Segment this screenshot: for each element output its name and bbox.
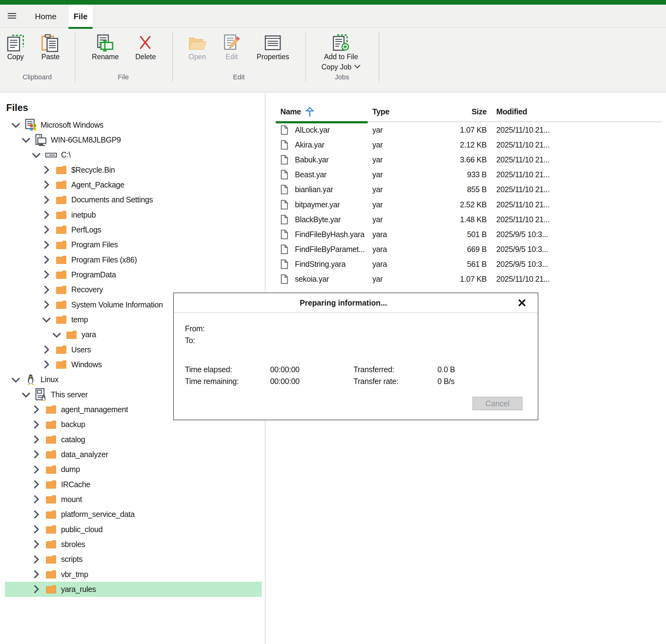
chevron-down-icon[interactable]: [21, 390, 31, 399]
column-header-type[interactable]: Type: [372, 107, 389, 116]
file-row-findfilebyhash-yara[interactable]: FindFileByHash.yarayara501 B2025/9/5 10:…: [265, 227, 666, 242]
chevron-down-icon[interactable]: [52, 330, 62, 339]
folder-icon: [45, 493, 57, 506]
tree-item-documents-and-settings[interactable]: Documents and Settings: [0, 192, 265, 207]
file-row-bitpaymer-yar[interactable]: bitpaymer.yaryar2.52 KB2025/11/10 21...: [265, 197, 666, 212]
tree-item-program-files-x86[interactable]: Program Files (x86): [0, 252, 265, 267]
tree-item-label: Users: [71, 345, 91, 354]
tree-item-microsoft-windows[interactable]: Microsoft Windows: [0, 117, 265, 132]
chevron-right-icon[interactable]: [32, 584, 41, 594]
folder-icon: [45, 448, 57, 460]
dialog-title: Preparing information...: [174, 293, 538, 313]
chevron-right-icon[interactable]: [42, 225, 51, 234]
chevron-down-icon[interactable]: [11, 120, 20, 130]
file-row-akira-yar[interactable]: Akira.yaryar2.12 KB2025/11/10 21...: [265, 137, 666, 152]
file-name: Akira.yar: [295, 140, 324, 149]
tree-item-win-6glm8jlbgp9[interactable]: WIN-6GLM8JLBGP9: [0, 132, 265, 147]
tab-home[interactable]: Home: [26, 5, 65, 28]
cancel-button[interactable]: Cancel: [472, 397, 523, 410]
chevron-right-icon[interactable]: [42, 270, 51, 279]
delete-button[interactable]: Delete: [135, 32, 156, 62]
chevron-right-icon[interactable]: [42, 210, 51, 219]
copy-button[interactable]: Copy: [5, 32, 25, 62]
file-type: yar: [372, 274, 383, 283]
chevron-right-icon[interactable]: [42, 255, 51, 264]
chevron-right-icon[interactable]: [42, 345, 51, 354]
file-size: 3.66 KB: [433, 155, 487, 164]
file-row-babuk-yar[interactable]: Babuk.yaryar3.66 KB2025/11/10 21...: [265, 152, 666, 167]
file-row-findfilebyparamet[interactable]: FindFileByParamet...yara669 B2025/9/5 10…: [265, 242, 666, 257]
tree-item-perflogs[interactable]: PerfLogs: [0, 222, 265, 237]
tree-item-yara-rules[interactable]: yara_rules: [0, 582, 265, 597]
rename-button[interactable]: Rename: [92, 32, 119, 62]
file-row-allock-yar[interactable]: AlLock.yaryar1.07 KB2025/11/10 21...: [265, 122, 666, 137]
chevron-down-icon[interactable]: [21, 135, 31, 145]
tree-item-ircache[interactable]: IRCache: [0, 477, 265, 492]
column-header-name[interactable]: Name: [280, 107, 301, 116]
tree-item-agent-package[interactable]: Agent_Package: [0, 177, 265, 192]
ribbon-group-separator: [172, 32, 173, 82]
folder-icon: [45, 568, 57, 580]
chevron-right-icon[interactable]: [42, 360, 51, 369]
tree-item-label: PerfLogs: [71, 225, 101, 234]
file-row-bianlian-yar[interactable]: bianlian.yaryar855 B2025/11/10 21...: [265, 182, 666, 197]
chevron-right-icon[interactable]: [32, 420, 41, 429]
file-modified: 2025/11/10 21...: [496, 215, 549, 224]
chevron-right-icon[interactable]: [32, 555, 41, 564]
chevron-right-icon[interactable]: [42, 165, 51, 174]
folder-icon: [55, 268, 67, 281]
folder-icon: [55, 358, 67, 371]
tree-item-program-files[interactable]: Program Files: [0, 237, 265, 252]
chevron-right-icon[interactable]: [42, 285, 51, 294]
chevron-right-icon[interactable]: [32, 540, 41, 549]
chevron-right-icon[interactable]: [32, 450, 41, 459]
column-header-modified[interactable]: Modified: [496, 107, 527, 116]
chevron-right-icon[interactable]: [32, 495, 41, 504]
chevron-down-icon[interactable]: [32, 150, 41, 159]
chevron-right-icon[interactable]: [32, 405, 41, 414]
tree-item-programdata[interactable]: ProgramData: [0, 267, 265, 282]
chevron-right-icon[interactable]: [32, 480, 41, 489]
folder-icon: [66, 328, 77, 341]
linux-server-icon: [35, 388, 47, 401]
tree-item-recycle-bin[interactable]: $Recycle.Bin: [0, 163, 265, 177]
add-to-file-copy-job-button[interactable]: Add to FileCopy Job: [321, 32, 361, 72]
tree-item-label: Program Files (x86): [71, 255, 137, 264]
chevron-right-icon[interactable]: [42, 300, 51, 309]
tree-item-sbroles[interactable]: sbroles: [0, 537, 265, 552]
tree-item-dump[interactable]: dump: [0, 462, 265, 477]
tab-file[interactable]: File: [68, 5, 93, 28]
tree-item-scripts[interactable]: scripts: [0, 552, 265, 567]
column-header-size[interactable]: Size: [439, 107, 487, 116]
tree-item-label: catalog: [61, 435, 85, 444]
chevron-right-icon[interactable]: [32, 510, 41, 519]
file-icon: [281, 200, 288, 209]
chevron-right-icon[interactable]: [42, 180, 51, 189]
tree-item-inetpub[interactable]: inetpub: [0, 207, 265, 222]
file-name: AlLock.yar: [295, 125, 330, 135]
tree-item-c[interactable]: C:\: [0, 148, 265, 163]
tree-item-vbr-tmp[interactable]: vbr_tmp: [0, 567, 265, 582]
paste-button[interactable]: Paste: [40, 32, 60, 62]
file-row-sekoia-yar[interactable]: sekoia.yaryar1.07 KB2025/11/10 21...: [265, 271, 666, 286]
chevron-right-icon[interactable]: [32, 525, 41, 534]
chevron-down-icon[interactable]: [11, 375, 20, 384]
close-icon[interactable]: [514, 295, 530, 310]
hamburger-icon[interactable]: [8, 13, 16, 19]
chevron-down-icon[interactable]: [42, 315, 51, 324]
chevron-right-icon[interactable]: [42, 240, 51, 250]
file-row-blackbyte-yar[interactable]: BlackByte.yaryar1.48 KB2025/11/10 21...: [265, 212, 666, 227]
file-row-beast-yar[interactable]: Beast.yaryar933 B2025/11/10 21...: [265, 167, 666, 182]
file-row-findstring-yara[interactable]: FindString.yarayara561 B2025/9/5 10:3...: [265, 257, 666, 271]
paste-icon: [40, 32, 60, 52]
tree-item-public-cloud[interactable]: public_cloud: [0, 522, 265, 537]
properties-button[interactable]: Properties: [257, 32, 289, 62]
chevron-right-icon[interactable]: [32, 435, 41, 444]
tree-item-catalog[interactable]: catalog: [0, 432, 265, 447]
tree-item-mount[interactable]: mount: [0, 492, 265, 507]
chevron-right-icon[interactable]: [32, 465, 41, 474]
chevron-right-icon[interactable]: [32, 570, 41, 579]
chevron-right-icon[interactable]: [42, 195, 51, 205]
tree-item-data-analyzer[interactable]: data_analyzer: [0, 447, 265, 462]
tree-item-platform-service-data[interactable]: platform_service_data: [0, 507, 265, 522]
